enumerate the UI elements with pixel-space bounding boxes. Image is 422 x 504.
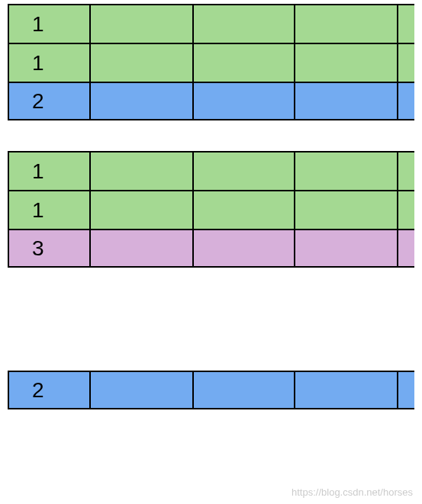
table-row: 1 <box>8 4 414 43</box>
cell-empty <box>194 372 295 408</box>
cell-value: 1 <box>9 44 91 82</box>
table-row: 1 <box>8 43 414 82</box>
cell-empty <box>194 191 295 229</box>
table-block-2: 1 1 3 <box>8 151 414 268</box>
cell-empty <box>91 372 194 408</box>
cell-empty <box>91 191 194 229</box>
cell-empty <box>91 83 194 119</box>
cell-empty <box>91 44 194 82</box>
cell-value: 3 <box>9 230 91 266</box>
table-row: 2 <box>8 82 414 120</box>
cell-empty <box>91 152 194 190</box>
cell-empty <box>295 152 398 190</box>
cell-empty <box>194 230 295 266</box>
cell-value: 1 <box>9 152 91 190</box>
watermark-text: https://blog.csdn.net/horses <box>292 486 413 498</box>
table-row: 1 <box>8 151 414 190</box>
cell-value: 2 <box>9 83 91 119</box>
cell-empty <box>295 372 398 408</box>
table-block-3: 2 <box>8 371 414 409</box>
cell-empty <box>295 191 398 229</box>
cell-value: 1 <box>9 191 91 229</box>
table-row: 2 <box>8 371 414 409</box>
cell-empty <box>295 230 398 266</box>
cell-empty <box>194 5 295 43</box>
cell-empty <box>295 44 398 82</box>
cell-empty <box>194 152 295 190</box>
cell-empty <box>295 5 398 43</box>
table-row: 1 <box>8 190 414 229</box>
cell-empty <box>194 44 295 82</box>
cell-value: 2 <box>9 372 91 408</box>
cell-value: 1 <box>9 5 91 43</box>
cell-empty <box>295 83 398 119</box>
cell-empty <box>194 83 295 119</box>
cell-empty <box>91 5 194 43</box>
table-row: 3 <box>8 229 414 268</box>
cell-empty <box>91 230 194 266</box>
table-block-1: 1 1 2 <box>8 4 414 120</box>
